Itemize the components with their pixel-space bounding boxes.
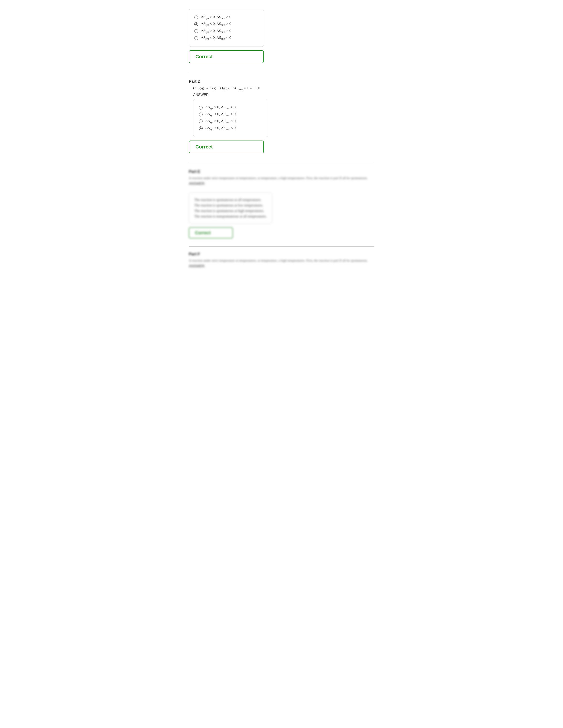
radio-c3[interactable] (194, 29, 198, 33)
option-d2[interactable]: ΔSsys < 0, ΔSsurr > 0 (199, 112, 263, 117)
option-d2-label: ΔSsys < 0, ΔSsurr > 0 (205, 112, 235, 117)
divider-cd (189, 74, 374, 74)
part-e-option1: The reaction is spontaneous at all tempe… (194, 198, 267, 202)
part-d-answer-label: ANSWER: (193, 93, 374, 97)
part-f-answer-label: ANSWER: (189, 264, 374, 268)
part-e-correct-label: Correct (195, 230, 211, 235)
radio-c1[interactable] (194, 15, 198, 19)
radio-d1[interactable] (199, 106, 203, 110)
option-d3[interactable]: ΔSsys > 0, ΔSsurr < 0 (199, 119, 263, 124)
part-f-section: Part F A reaction under strict temperatu… (189, 252, 374, 268)
option-c3[interactable]: ΔSsys > 0, ΔSsurr < 0 (194, 29, 258, 34)
part-e-correct-box: Correct (189, 227, 233, 238)
part-e-options-box: The reaction is spontaneous at all tempe… (189, 193, 272, 224)
radio-c2[interactable] (194, 22, 198, 26)
part-f-label: Part F (189, 252, 374, 257)
option-c4[interactable]: ΔSsys < 0, ΔSsurr < 0 (194, 36, 258, 41)
part-f-description: A reaction under strict temperature at t… (189, 259, 370, 263)
part-d-section: Part D CO2(g) → C(s) + O2(g) ΔH°rxn = +3… (189, 79, 374, 155)
part-e-label: Part E (189, 169, 374, 174)
option-d3-label: ΔSsys > 0, ΔSsurr < 0 (205, 119, 235, 124)
divider-ef (189, 246, 374, 247)
option-c1-label: ΔSsys > 0, ΔSsurr > 0 (201, 15, 231, 20)
radio-c4[interactable] (194, 36, 198, 40)
part-d-correct-label: Correct (195, 144, 212, 150)
part-e-option2: The reaction is spontaneous at low tempe… (194, 203, 267, 207)
part-d-correct-box: Correct (189, 141, 264, 153)
option-d4[interactable]: ΔSsys < 0, ΔSsurr < 0 (199, 126, 263, 131)
part-e-option3: The reaction is spontaneous at high temp… (194, 209, 267, 213)
part-d-reaction: CO2(g) → C(s) + O2(g) ΔH°rxn = +393.5 kJ (193, 86, 374, 91)
part-c-options-box: ΔSsys > 0, ΔSsurr > 0 ΔSsys < 0, ΔSsurr … (189, 9, 264, 47)
option-d4-label: ΔSsys < 0, ΔSsurr < 0 (205, 126, 235, 131)
part-e-option4: The reaction is nonspontaneous at all te… (194, 214, 267, 218)
part-d-options-box: ΔSsys > 0, ΔSsurr > 0 ΔSsys < 0, ΔSsurr … (193, 99, 268, 137)
radio-d3[interactable] (199, 119, 203, 123)
option-d1[interactable]: ΔSsys > 0, ΔSsurr > 0 (199, 105, 263, 110)
part-d-label: Part D (189, 79, 374, 84)
radio-d2[interactable] (199, 113, 203, 116)
option-c3-label: ΔSsys > 0, ΔSsurr < 0 (201, 29, 231, 34)
option-d1-label: ΔSsys > 0, ΔSsurr > 0 (205, 105, 235, 110)
option-c2[interactable]: ΔSsys < 0, ΔSsurr > 0 (194, 22, 258, 27)
part-e-answer-label: ANSWER: (189, 182, 374, 186)
option-c1[interactable]: ΔSsys > 0, ΔSsurr > 0 (194, 15, 258, 20)
radio-d4[interactable] (199, 126, 203, 130)
option-c4-label: ΔSsys < 0, ΔSsurr < 0 (201, 36, 231, 41)
part-c-section: ΔSsys > 0, ΔSsurr > 0 ΔSsys < 0, ΔSsurr … (189, 9, 374, 65)
part-c-correct-label: Correct (195, 54, 212, 59)
part-e-section: Part E A reaction under strict temperatu… (189, 169, 374, 238)
part-c-correct-box: Correct (189, 50, 264, 63)
part-e-description: A reaction under strict temperature at t… (189, 176, 370, 180)
option-c2-label: ΔSsys < 0, ΔSsurr > 0 (201, 22, 231, 27)
